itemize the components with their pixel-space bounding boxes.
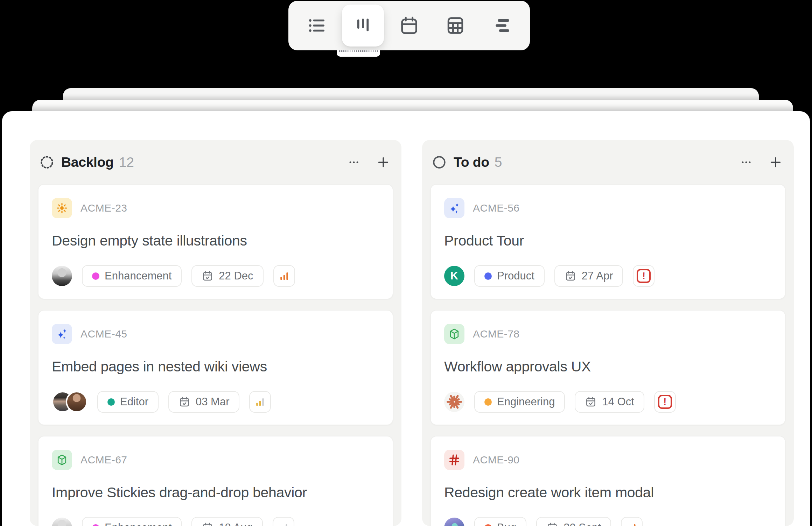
card-title: Workflow approvals UX [444, 358, 591, 375]
due-date-text: 22 Dec [219, 270, 253, 282]
card-acme-78[interactable]: ACME-78 Workflow approvals UX E [430, 310, 786, 425]
card-id: ACME-67 [80, 454, 127, 466]
card-footer: Bug 30 Sept [444, 517, 643, 526]
bar-chart-icon [278, 269, 291, 283]
priority-pill-urgent[interactable]: ! [633, 265, 654, 287]
ellipsis-icon [347, 155, 361, 169]
plus-icon [376, 155, 390, 169]
card-acme-23[interactable]: ACME-23 Design empty state illustrations… [38, 184, 393, 299]
card-id: ACME-78 [473, 328, 520, 340]
calendar-icon [399, 15, 419, 36]
circle-icon [432, 155, 447, 170]
column-title: To do [454, 155, 489, 170]
column-more-button[interactable] [738, 155, 754, 170]
plus-icon [769, 155, 783, 169]
label-text: Enhancement [105, 270, 172, 282]
column-count: 5 [495, 155, 502, 170]
card-title: Improve Stickies drag-and-drop behavior [52, 484, 307, 501]
assignee-avatar[interactable] [444, 518, 464, 526]
label-dot [107, 398, 115, 406]
card-title: Product Tour [444, 232, 524, 249]
calendar-view-button[interactable] [399, 15, 419, 36]
starburst-icon [445, 393, 463, 411]
label-dot [484, 398, 492, 406]
label-pill[interactable]: Enhancement [82, 265, 182, 287]
card-id: ACME-90 [473, 454, 520, 466]
board-view-tooltip-clipped [337, 50, 380, 57]
label-dot [92, 524, 99, 526]
card-footer: K Product 27 Apr ! [444, 265, 654, 287]
due-date-text: 27 Apr [582, 270, 613, 282]
view-switcher-toolbar [288, 1, 530, 50]
dashed-circle-icon [40, 155, 54, 170]
label-text: Bug [497, 521, 516, 526]
due-date-pill[interactable]: 03 Mar [168, 391, 239, 413]
due-date-text: 14 Oct [602, 396, 634, 408]
list-view-button[interactable] [307, 15, 327, 36]
priority-pill-high[interactable] [273, 265, 295, 287]
assignee-avatar-initial[interactable]: K [444, 266, 464, 286]
calendar-check-icon [202, 522, 214, 526]
due-date-pill[interactable]: 22 Dec [191, 265, 263, 287]
card-acme-45[interactable]: ACME-45 Embed pages in nested wiki views… [38, 310, 393, 425]
list-icon [307, 15, 327, 36]
label-text: Editor [120, 396, 148, 408]
assignee-avatar [66, 391, 88, 413]
card-footer: Enhancement 22 Dec [52, 265, 295, 287]
due-date-pill[interactable]: 30 Sept [536, 517, 611, 526]
bar-chart-icon [277, 521, 290, 526]
label-pill[interactable]: Engineering [474, 391, 565, 413]
label-text: Engineering [497, 396, 555, 408]
card-acme-90[interactable]: ACME-90 Redesign create work item modal … [430, 436, 786, 526]
exclamation-icon: ! [637, 269, 651, 283]
assignee-avatar[interactable] [52, 518, 72, 526]
sun-icon [52, 198, 72, 218]
assignee-avatar[interactable] [52, 266, 72, 286]
priority-pill-urgent[interactable]: ! [654, 391, 676, 413]
label-pill[interactable]: Editor [97, 391, 159, 413]
due-date-text: 18 Aug [219, 521, 253, 526]
priority-pill-medium[interactable] [249, 391, 271, 413]
sparkles-icon [52, 324, 72, 344]
column-add-button[interactable] [376, 155, 391, 170]
assignee-avatars[interactable] [52, 391, 88, 413]
label-pill[interactable]: Bug [474, 517, 526, 526]
priority-pill-low[interactable] [273, 517, 294, 526]
feed-view-button[interactable] [491, 15, 512, 36]
priority-pill-high[interactable] [621, 517, 643, 526]
bar-chart-icon [625, 521, 638, 526]
feed-icon [491, 15, 512, 36]
board-view-button[interactable] [353, 15, 373, 36]
column-header: To do 5 [432, 152, 783, 172]
hash-icon [444, 450, 464, 470]
card-footer: Editor 03 Mar [52, 391, 271, 413]
label-pill[interactable]: Enhancement [82, 517, 182, 526]
due-date-pill[interactable]: 14 Oct [575, 391, 644, 413]
label-dot [484, 272, 492, 280]
label-text: Product [497, 270, 534, 282]
card-footer: Enhancement 18 Aug [52, 517, 294, 526]
card-title: Design empty state illustrations [52, 232, 247, 249]
card-acme-56[interactable]: ACME-56 Product Tour K Product [430, 184, 786, 299]
card-acme-67[interactable]: ACME-67 Improve Stickies drag-and-drop b… [38, 436, 393, 526]
card-id: ACME-56 [473, 202, 520, 214]
column-more-button[interactable] [346, 155, 362, 170]
due-date-pill[interactable]: 27 Apr [554, 265, 623, 287]
column-add-button[interactable] [768, 155, 783, 170]
due-date-pill[interactable]: 18 Aug [191, 517, 263, 526]
card-footer: Engineering 14 Oct ! [444, 391, 676, 413]
bar-chart-icon [253, 395, 267, 408]
cube-icon [52, 450, 72, 470]
assignee-avatar-logo[interactable] [444, 392, 464, 412]
sparkles-icon [444, 198, 464, 218]
exclamation-icon: ! [658, 395, 672, 409]
column-count: 12 [119, 155, 134, 170]
card-title: Embed pages in nested wiki views [52, 358, 267, 375]
table-view-button[interactable] [445, 15, 465, 36]
card-title: Redesign create work item modal [444, 484, 654, 501]
card-id: ACME-23 [80, 202, 127, 214]
card-id: ACME-45 [80, 328, 127, 340]
column-header: Backlog 12 [40, 152, 391, 172]
board-icon [353, 15, 373, 36]
label-pill[interactable]: Product [474, 265, 545, 287]
